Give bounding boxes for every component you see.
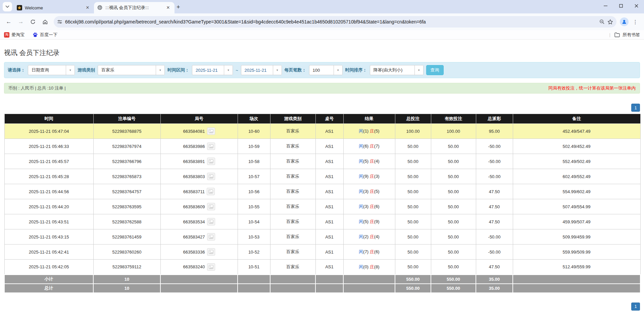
round-result-button[interactable] (207, 188, 215, 195)
cell-game-type: 百家乐 (270, 229, 315, 245)
filter-select-label: 请选择： (8, 67, 25, 73)
new-tab-button[interactable]: + (177, 4, 180, 11)
reload-button[interactable] (28, 16, 38, 27)
search-button[interactable]: 查询 (426, 65, 444, 75)
cell-total-bet-link[interactable]: 50.00 (395, 260, 431, 275)
round-result-button[interactable] (207, 233, 215, 240)
query-type-select[interactable]: 日期查询 ▼ (28, 65, 75, 75)
url-text[interactable]: 66cxkj98.com/ipl/portal.php/game/betreco… (65, 19, 597, 24)
cell-note: 459.99/507.49 (513, 214, 640, 229)
round-result-image-icon (209, 159, 213, 163)
cell-time: 2025-11-21 05:43:51 (4, 214, 93, 229)
cell-total-bet-link[interactable]: 100.00 (395, 124, 431, 139)
cell-game-type: 百家乐 (270, 154, 315, 169)
page-1-button[interactable]: 1 (631, 303, 640, 311)
footer-label: 小计 (4, 275, 93, 284)
cell-total-bet-link[interactable]: 50.00 (395, 154, 431, 169)
date-from-select[interactable]: 2025-11-21 ▼ (192, 65, 233, 75)
column-header[interactable]: 桌号 (315, 114, 343, 124)
round-result-button[interactable] (207, 143, 215, 150)
round-result-button[interactable] (207, 218, 215, 225)
cell-valid-bet: 50.00 (431, 245, 476, 260)
tab-close-icon[interactable]: ✕ (165, 5, 171, 11)
cell-session: 10-52 (238, 245, 270, 260)
cell-note: 602.49/552.49 (513, 169, 640, 184)
back-button[interactable]: ← (3, 16, 14, 27)
zoom-out-icon[interactable] (599, 19, 605, 24)
filter-bar: 请选择： 日期查询 ▼ 游戏类别 百家乐 ▼ 时间区间： 2025-11-21 … (4, 62, 640, 78)
column-header[interactable]: 备注 (513, 114, 640, 124)
home-button[interactable] (40, 16, 50, 27)
cell-game-type: 百家乐 (270, 214, 315, 229)
bookmark-taobao[interactable]: 淘 爱淘宝 (4, 32, 24, 38)
cell-session: 10-60 (238, 124, 270, 139)
cell-time: 2025-11-21 05:44:20 (4, 199, 93, 214)
cell-result: 闲(1) 庄(5) (343, 124, 395, 139)
bet-records-table: 时间注单编号局号场次游戏类别桌号结果总投注有效投注总派彩备注 2025-11-2… (4, 114, 641, 293)
column-header[interactable]: 游戏类别 (270, 114, 315, 124)
round-result-button[interactable] (207, 263, 215, 271)
tab-welcome[interactable]: Welcome ✕ (13, 2, 94, 13)
footer-payout: 35.00 (476, 275, 513, 284)
column-header[interactable]: 局号 (160, 114, 238, 124)
browser-menu-icon[interactable]: ⋮ (630, 19, 641, 25)
column-header[interactable]: 总投注 (395, 114, 431, 124)
game-type-select[interactable]: 百家乐 ▼ (98, 65, 165, 75)
all-bookmarks[interactable]: | 所有书签 (609, 32, 640, 38)
cell-total-bet-link[interactable]: 50.00 (395, 245, 431, 260)
column-header[interactable]: 结果 (343, 114, 395, 124)
round-result-button[interactable] (207, 248, 215, 256)
forward-button[interactable]: → (15, 16, 26, 27)
tab-close-icon[interactable]: ✕ (85, 5, 91, 11)
cell-total-bet-link[interactable]: 50.00 (395, 184, 431, 199)
cell-time: 2025-11-21 05:42:05 (4, 260, 93, 275)
cell-session: 10-57 (238, 169, 270, 184)
bookmark-baidu[interactable]: 百度一下 (33, 32, 57, 38)
cell-total-bet-link[interactable]: 50.00 (395, 169, 431, 184)
cell-valid-bet: 50.00 (431, 184, 476, 199)
column-header[interactable]: 场次 (238, 114, 270, 124)
cell-time: 2025-11-21 05:45:57 (4, 154, 93, 169)
table-row: 2025-11-21 05:42:05 522983759112 6635832… (4, 260, 640, 275)
result-player: 闲 (359, 204, 363, 209)
page-1-button[interactable]: 1 (631, 104, 640, 112)
cell-round-id: 663583534 (160, 214, 238, 229)
cell-round-id: 663583336 (160, 245, 238, 260)
round-result-button[interactable] (207, 173, 215, 180)
date-to-select[interactable]: 2025-11-21 ▼ (241, 65, 282, 75)
maximize-button[interactable] (613, 0, 629, 11)
minimize-button[interactable] (598, 0, 613, 11)
profile-avatar[interactable] (620, 17, 629, 26)
column-header[interactable]: 注单编号 (93, 114, 160, 124)
round-result-button[interactable] (207, 203, 215, 210)
cell-table-no: AS1 (315, 184, 343, 199)
cell-round-id: 663584081 (160, 124, 238, 139)
table-header-row: 时间注单编号局号场次游戏类别桌号结果总投注有效投注总派彩备注 (4, 114, 640, 124)
cell-payout: -50.00 (476, 169, 513, 184)
column-header[interactable]: 有效投注 (431, 114, 476, 124)
round-result-image-icon (209, 220, 213, 224)
column-header[interactable]: 时间 (4, 114, 93, 124)
cell-total-bet-link[interactable]: 50.00 (395, 199, 431, 214)
cell-total-bet-link[interactable]: 50.00 (395, 139, 431, 154)
round-result-image-icon (208, 189, 213, 194)
bookmark-star-icon[interactable] (607, 19, 613, 25)
cell-valid-bet: 50.00 (431, 154, 476, 169)
table-row: 2025-11-21 05:45:28 522983765873 6635838… (4, 169, 640, 184)
cell-total-bet-link[interactable]: 50.00 (395, 214, 431, 229)
close-button[interactable] (629, 0, 644, 11)
per-page-select[interactable]: 100 ▼ (309, 65, 343, 75)
sort-order-select[interactable]: 降幂(由大到小) ▼ (370, 65, 424, 75)
tab-search-button[interactable] (3, 2, 12, 11)
round-result-button[interactable] (207, 158, 215, 165)
cell-bet-id: 522983764757 (93, 184, 160, 199)
cell-round-id: 663583609 (160, 199, 238, 214)
site-info-icon[interactable] (57, 19, 62, 24)
round-result-button[interactable] (207, 127, 215, 135)
chevron-down-icon: ▼ (334, 65, 342, 75)
address-bar[interactable]: 66cxkj98.com/ipl/portal.php/game/betreco… (54, 16, 616, 28)
column-header[interactable]: 总派彩 (476, 114, 513, 124)
cell-total-bet-link[interactable]: 50.00 (395, 229, 431, 245)
tab-betrecord[interactable]: :::视讯 会员下注纪录::: ✕ (94, 2, 175, 13)
summary-note: 同局有效投注，统一计算在该局第一张注单内 (548, 85, 636, 91)
